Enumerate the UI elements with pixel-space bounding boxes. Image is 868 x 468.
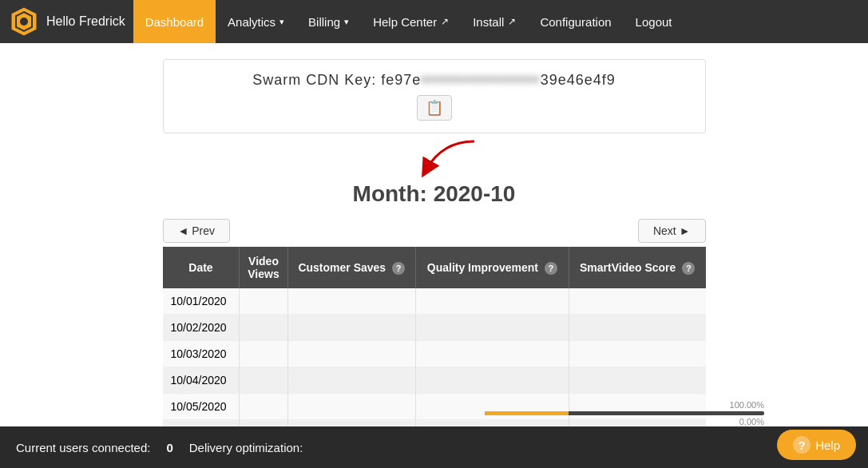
- brand-text: Hello Fredrick: [46, 14, 125, 29]
- analytics-caret: ▾: [279, 17, 284, 27]
- arrow-annotation: [16, 133, 852, 177]
- month-heading: Month: 2020-10: [16, 181, 852, 207]
- prev-button[interactable]: ◄ Prev: [163, 219, 231, 243]
- nav-dashboard[interactable]: Dashboard: [133, 0, 216, 43]
- table-row: 10/01/2020: [163, 288, 706, 315]
- install-external-icon: ↗: [508, 16, 516, 27]
- table-row: 10/02/2020: [163, 315, 706, 341]
- nav-install[interactable]: Install ↗: [461, 0, 528, 43]
- progress-bar-track: [485, 411, 764, 415]
- nav-configuration[interactable]: Configuration: [528, 0, 623, 43]
- nav-help-center[interactable]: Help Center ↗: [361, 0, 461, 43]
- col-smartvideo-score: SmartVideo Score ?: [569, 247, 705, 288]
- navbar: Hello Fredrick Dashboard Analytics ▾ Bil…: [0, 0, 868, 43]
- progress-top-label: 100.00%: [485, 400, 764, 410]
- col-video-views: VideoViews: [240, 247, 287, 288]
- help-external-icon: ↗: [441, 16, 449, 27]
- svg-point-2: [20, 18, 28, 26]
- cdn-key-value: fe97e••••••••••••••••••39e46e4f9: [381, 72, 616, 88]
- progress-bottom-label: 0.00%: [485, 417, 764, 426]
- red-arrow-icon: [410, 133, 506, 177]
- billing-caret: ▾: [344, 17, 349, 27]
- status-bar: Current users connected: 0 Delivery opti…: [0, 426, 868, 468]
- help-button[interactable]: ? Help: [777, 430, 856, 460]
- next-button[interactable]: Next ►: [638, 219, 706, 243]
- col-date: Date: [163, 247, 240, 288]
- connected-value: 0: [166, 441, 172, 454]
- pagination-controls: ◄ Prev Next ►: [163, 219, 706, 243]
- delivery-label: Delivery optimization:: [189, 441, 303, 454]
- progress-bar-fill: [485, 411, 569, 415]
- table-row: 10/03/2020: [163, 341, 706, 367]
- quality-improvement-help-icon[interactable]: ?: [545, 262, 557, 275]
- connected-label: Current users connected:: [16, 441, 150, 454]
- cdn-key-text: Swarm CDN Key: fe97e••••••••••••••••••39…: [252, 72, 616, 89]
- customer-saves-help-icon[interactable]: ?: [392, 262, 405, 275]
- swarm-logo: [8, 6, 40, 38]
- cdn-copy-button[interactable]: 📋: [417, 95, 452, 121]
- nav-logout[interactable]: Logout: [624, 0, 684, 43]
- nav-analytics[interactable]: Analytics ▾: [216, 0, 296, 43]
- cdn-key-box: Swarm CDN Key: fe97e••••••••••••••••••39…: [163, 59, 706, 133]
- smartvideo-score-help-icon[interactable]: ?: [682, 262, 695, 275]
- nav-billing[interactable]: Billing ▾: [296, 0, 361, 43]
- table-row: 10/04/2020: [163, 367, 706, 394]
- delivery-progress-area: 100.00% 0.00%: [485, 400, 764, 426]
- col-quality-improvement: Quality Improvement ?: [415, 247, 569, 288]
- help-circle-icon: ?: [793, 436, 811, 454]
- brand: Hello Fredrick: [8, 6, 125, 38]
- col-customer-saves: Customer Saves ?: [287, 247, 415, 288]
